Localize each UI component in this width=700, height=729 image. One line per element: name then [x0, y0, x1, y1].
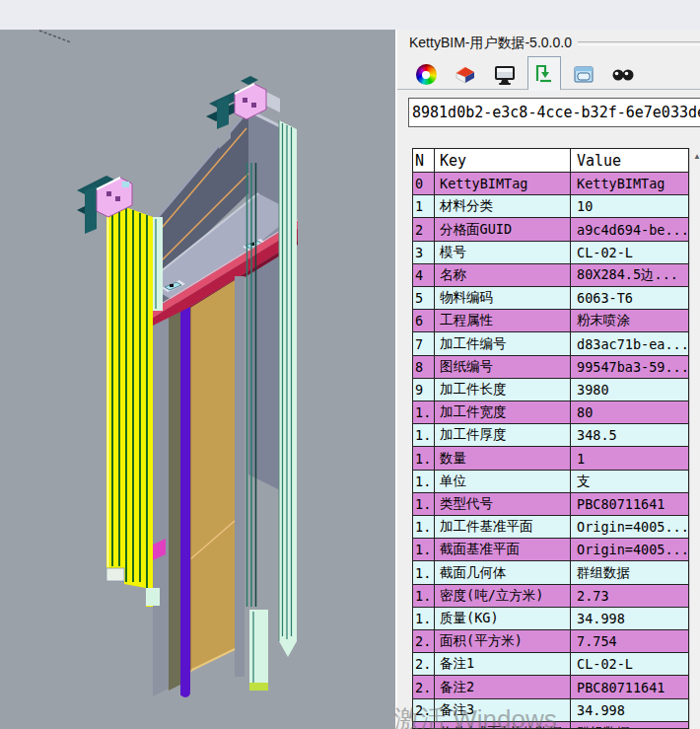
- table-row[interactable]: 2. 构件(或面)单位数据 群组数据: [413, 722, 688, 729]
- panel-title: KettyBIM-用户数据-5.0.0.0: [409, 35, 572, 52]
- row-key-cell: 名称: [435, 264, 571, 286]
- row-index-cell: 8: [413, 356, 435, 378]
- row-key-cell: 构件(或面)单位数据: [435, 722, 571, 729]
- binoculars-icon: [610, 63, 636, 87]
- grid-header-row: N Key Value: [413, 149, 688, 173]
- row-value-cell: 支: [571, 471, 688, 492]
- olive-bar: [169, 312, 180, 691]
- scroll-up-button[interactable]: ▲: [690, 148, 700, 164]
- row-key-cell: 加工件厚度: [435, 424, 571, 446]
- table-row[interactable]: 2. 备注2 PBC80711641: [413, 676, 688, 698]
- header-key[interactable]: Key: [435, 149, 571, 172]
- tab-step-arrow[interactable]: [527, 56, 561, 91]
- tab-color-wheel[interactable]: [409, 59, 443, 90]
- row-value-cell: Origin=4005...: [571, 539, 688, 560]
- table-row[interactable]: 3 模号 CL-02-L: [413, 242, 688, 264]
- row-value-cell: 粉末喷涂: [571, 310, 688, 331]
- table-row[interactable]: 8 图纸编号 99547ba3-59...: [413, 356, 688, 379]
- table-row[interactable]: 4 名称 80X284.5边...: [413, 264, 688, 287]
- header-index[interactable]: N: [413, 149, 435, 172]
- table-row[interactable]: 9 加工件长度 3980: [413, 379, 688, 401]
- clipped-edge-line: [39, 31, 71, 42]
- top-strip: [0, 0, 700, 30]
- row-index-cell: 1.: [413, 516, 435, 538]
- row-key-cell: 材料分类: [435, 195, 571, 217]
- table-row[interactable]: 1. 加工件厚度 348.5: [413, 424, 688, 447]
- row-key-cell: 加工件基准平面: [435, 516, 571, 538]
- row-key-cell: 备注2: [435, 676, 571, 697]
- row-key-cell: 数量: [435, 447, 571, 469]
- monitor-icon: [493, 63, 517, 87]
- table-row[interactable]: 2. 面积(平方米) 7.754: [413, 630, 688, 653]
- user-data-panel: KettyBIM-用户数据-5.0.0.0: [395, 30, 700, 729]
- tab-monitor[interactable]: [488, 59, 522, 90]
- table-row[interactable]: 6 工程属性 粉末喷涂: [413, 310, 688, 332]
- table-row[interactable]: 1. 截面基准平面 Origin=4005...: [413, 539, 688, 561]
- row-key-cell: 截面几何体: [435, 561, 571, 583]
- row-index-cell: 1.: [413, 585, 435, 607]
- row-key-cell: 加工件宽度: [435, 401, 571, 423]
- row-index-cell: 1.: [413, 401, 435, 423]
- row-index-cell: 2.: [413, 630, 435, 652]
- toolbar: [405, 54, 700, 90]
- row-index-cell: 2: [413, 218, 435, 240]
- row-value-cell: 3980: [571, 379, 688, 401]
- row-value-cell: 群组数据: [571, 722, 688, 729]
- panel-header: KettyBIM-用户数据-5.0.0.0: [409, 35, 700, 52]
- table-row[interactable]: 7 加工件编号 d83ac71b-ea...: [413, 332, 688, 355]
- row-index-cell: 1.: [413, 447, 435, 469]
- table-row[interactable]: 1 材料分类 10: [413, 195, 688, 218]
- table-row[interactable]: 2 分格面GUID a9c4d694-be...: [413, 218, 688, 241]
- row-value-cell: Origin=4005...: [571, 516, 688, 538]
- row-value-cell: 34.998: [571, 699, 688, 721]
- row-value-cell: 80: [571, 401, 688, 423]
- row-value-cell: 6063-T6: [571, 287, 688, 309]
- tab-pie-slice[interactable]: [449, 59, 482, 90]
- table-row[interactable]: 1. 类型代号 PBC80711641: [413, 493, 688, 516]
- row-value-cell: 7.754: [571, 630, 688, 652]
- 3d-viewport[interactable]: [0, 30, 395, 729]
- tab-binoculars[interactable]: [606, 59, 640, 90]
- row-value-cell: 群组数据: [571, 561, 688, 583]
- row-index-cell: 7: [413, 332, 435, 354]
- row-value-cell: d83ac71b-ea...: [571, 332, 688, 354]
- vertical-scrollbar[interactable]: ▲: [689, 148, 700, 729]
- row-value-cell: KettyBIMTag: [571, 173, 688, 194]
- row-key-cell: 密度(吨/立方米): [435, 585, 571, 607]
- guid-input[interactable]: [408, 98, 700, 127]
- row-index-cell: 3: [413, 242, 435, 263]
- row-index-cell: 2.: [413, 676, 435, 697]
- table-row[interactable]: 2. 备注1 CL-02-L: [413, 653, 688, 676]
- row-key-cell: 类型代号: [435, 493, 571, 515]
- table-row[interactable]: 1. 单位 支: [413, 471, 688, 493]
- color-wheel-icon: [416, 64, 437, 85]
- window-icon: [572, 63, 595, 87]
- row-index-cell: 1.: [413, 561, 435, 583]
- row-value-cell: 10: [571, 195, 688, 217]
- row-key-cell: 模号: [435, 242, 571, 263]
- row-key-cell: 分格面GUID: [435, 218, 571, 240]
- row-key-cell: 单位: [435, 471, 571, 492]
- row-key-cell: 备注1: [435, 653, 571, 675]
- row-value-cell: 1: [571, 447, 688, 469]
- table-row[interactable]: 1. 质量(KG) 34.998: [413, 608, 688, 630]
- table-row[interactable]: 0 KettyBIMTag KettyBIMTag: [413, 173, 688, 195]
- table-row[interactable]: 1. 加工件基准平面 Origin=4005...: [413, 516, 688, 539]
- tab-window[interactable]: [567, 59, 600, 90]
- row-key-cell: 物料编码: [435, 287, 571, 309]
- row-key-cell: 加工件长度: [435, 379, 571, 401]
- purple-bar: [180, 307, 190, 697]
- table-row[interactable]: 1. 截面几何体 群组数据: [413, 561, 688, 584]
- table-row[interactable]: 2. 备注3 34.998: [413, 699, 688, 722]
- table-row[interactable]: 1. 加工件宽度 80: [413, 401, 688, 424]
- table-row[interactable]: 1. 密度(吨/立方米) 2.73: [413, 585, 688, 608]
- row-index-cell: 5: [413, 287, 435, 309]
- table-row[interactable]: 5 物料编码 6063-T6: [413, 287, 688, 310]
- lower-mint-piece: [249, 610, 268, 691]
- row-key-cell: KettyBIMTag: [435, 173, 571, 194]
- table-row[interactable]: 1. 数量 1: [413, 447, 688, 470]
- header-value[interactable]: Value: [571, 149, 688, 172]
- row-index-cell: 9: [413, 379, 435, 401]
- row-index-cell: 1: [413, 195, 435, 217]
- data-grid: N Key Value 0 KettyBIMTag KettyBIMTag 1 …: [412, 148, 689, 729]
